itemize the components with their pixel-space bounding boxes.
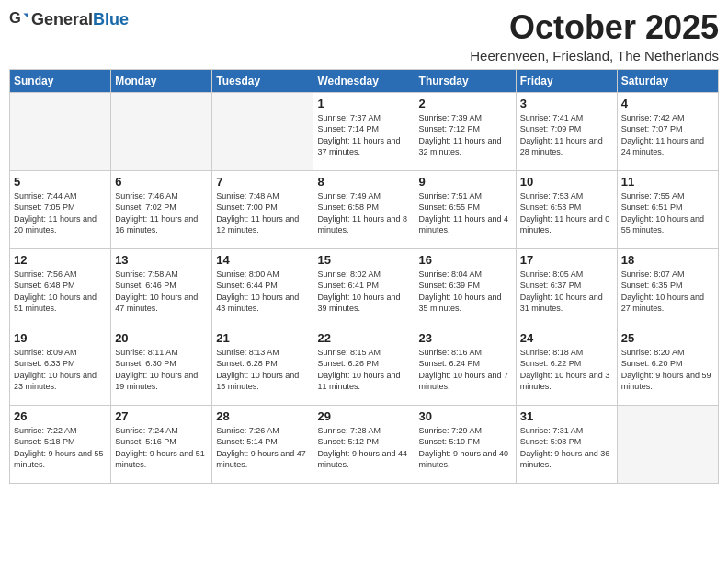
day-cell: 15Sunrise: 8:02 AM Sunset: 6:41 PM Dayli… — [313, 248, 415, 327]
day-number: 5 — [14, 175, 107, 189]
day-cell: 29Sunrise: 7:28 AM Sunset: 5:12 PM Dayli… — [313, 405, 415, 483]
logo: G GeneralBlue — [9, 9, 129, 29]
calendar-subtitle: Heerenveen, Friesland, The Netherlands — [470, 48, 719, 63]
day-info: Sunrise: 7:55 AM Sunset: 6:51 PM Dayligh… — [621, 190, 714, 236]
day-info: Sunrise: 7:28 AM Sunset: 5:12 PM Dayligh… — [317, 425, 410, 471]
day-cell: 12Sunrise: 7:56 AM Sunset: 6:48 PM Dayli… — [10, 248, 111, 327]
day-cell — [212, 92, 313, 170]
day-number: 2 — [419, 97, 512, 110]
day-info: Sunrise: 8:00 AM Sunset: 6:44 PM Dayligh… — [216, 269, 309, 315]
day-cell: 31Sunrise: 7:31 AM Sunset: 5:08 PM Dayli… — [516, 405, 617, 483]
day-info: Sunrise: 8:02 AM Sunset: 6:41 PM Dayligh… — [317, 269, 410, 315]
day-number: 25 — [621, 331, 714, 345]
day-cell — [10, 92, 111, 170]
day-cell: 8Sunrise: 7:49 AM Sunset: 6:58 PM Daylig… — [313, 170, 415, 248]
svg-text:G: G — [9, 9, 21, 26]
day-cell: 24Sunrise: 8:18 AM Sunset: 6:22 PM Dayli… — [516, 327, 617, 405]
day-number: 19 — [14, 331, 107, 345]
column-header-friday: Friday — [516, 69, 617, 92]
day-info: Sunrise: 8:07 AM Sunset: 6:35 PM Dayligh… — [621, 269, 714, 315]
day-cell: 26Sunrise: 7:22 AM Sunset: 5:18 PM Dayli… — [10, 405, 111, 483]
day-cell: 5Sunrise: 7:44 AM Sunset: 7:05 PM Daylig… — [10, 170, 111, 248]
column-header-thursday: Thursday — [415, 69, 516, 92]
column-header-sunday: Sunday — [10, 69, 111, 92]
day-info: Sunrise: 8:16 AM Sunset: 6:24 PM Dayligh… — [419, 347, 512, 393]
day-cell: 16Sunrise: 8:04 AM Sunset: 6:39 PM Dayli… — [415, 248, 516, 327]
day-number: 3 — [520, 97, 613, 110]
day-number: 10 — [520, 175, 613, 189]
day-info: Sunrise: 8:04 AM Sunset: 6:39 PM Dayligh… — [419, 269, 512, 315]
logo-icon: G — [9, 9, 29, 29]
day-cell: 3Sunrise: 7:41 AM Sunset: 7:09 PM Daylig… — [516, 92, 617, 170]
day-cell: 23Sunrise: 8:16 AM Sunset: 6:24 PM Dayli… — [415, 327, 516, 405]
day-number: 21 — [216, 331, 309, 345]
day-cell: 13Sunrise: 7:58 AM Sunset: 6:46 PM Dayli… — [111, 248, 212, 327]
day-number: 17 — [520, 253, 613, 267]
column-header-saturday: Saturday — [617, 69, 718, 92]
column-header-wednesday: Wednesday — [313, 69, 415, 92]
day-info: Sunrise: 7:51 AM Sunset: 6:55 PM Dayligh… — [419, 190, 512, 236]
day-info: Sunrise: 7:42 AM Sunset: 7:07 PM Dayligh… — [621, 112, 714, 158]
column-header-monday: Monday — [111, 69, 212, 92]
day-cell: 22Sunrise: 8:15 AM Sunset: 6:26 PM Dayli… — [313, 327, 415, 405]
week-row-4: 19Sunrise: 8:09 AM Sunset: 6:33 PM Dayli… — [10, 327, 719, 405]
day-cell: 30Sunrise: 7:29 AM Sunset: 5:10 PM Dayli… — [415, 405, 516, 483]
day-number: 29 — [317, 409, 410, 423]
day-cell — [617, 405, 718, 483]
day-info: Sunrise: 8:05 AM Sunset: 6:37 PM Dayligh… — [520, 269, 613, 315]
day-info: Sunrise: 7:49 AM Sunset: 6:58 PM Dayligh… — [317, 190, 410, 236]
week-row-1: 1Sunrise: 7:37 AM Sunset: 7:14 PM Daylig… — [10, 92, 719, 170]
day-info: Sunrise: 7:48 AM Sunset: 7:00 PM Dayligh… — [216, 190, 309, 236]
day-cell — [111, 92, 212, 170]
week-row-3: 12Sunrise: 7:56 AM Sunset: 6:48 PM Dayli… — [10, 248, 719, 327]
day-cell: 20Sunrise: 8:11 AM Sunset: 6:30 PM Dayli… — [111, 327, 212, 405]
day-number: 14 — [216, 253, 309, 267]
day-cell: 28Sunrise: 7:26 AM Sunset: 5:14 PM Dayli… — [212, 405, 313, 483]
day-info: Sunrise: 8:18 AM Sunset: 6:22 PM Dayligh… — [520, 347, 613, 393]
day-cell: 11Sunrise: 7:55 AM Sunset: 6:51 PM Dayli… — [617, 170, 718, 248]
day-number: 9 — [419, 175, 512, 189]
calendar-title: October 2025 — [470, 9, 719, 46]
day-number: 7 — [216, 175, 309, 189]
day-cell: 27Sunrise: 7:24 AM Sunset: 5:16 PM Dayli… — [111, 405, 212, 483]
day-cell: 2Sunrise: 7:39 AM Sunset: 7:12 PM Daylig… — [415, 92, 516, 170]
day-number: 11 — [621, 175, 714, 189]
day-info: Sunrise: 7:46 AM Sunset: 7:02 PM Dayligh… — [115, 190, 208, 236]
day-info: Sunrise: 7:44 AM Sunset: 7:05 PM Dayligh… — [14, 190, 107, 236]
day-number: 15 — [317, 253, 410, 267]
day-info: Sunrise: 7:41 AM Sunset: 7:09 PM Dayligh… — [520, 112, 613, 158]
day-number: 6 — [115, 175, 208, 189]
column-header-tuesday: Tuesday — [212, 69, 313, 92]
day-cell: 21Sunrise: 8:13 AM Sunset: 6:28 PM Dayli… — [212, 327, 313, 405]
week-row-2: 5Sunrise: 7:44 AM Sunset: 7:05 PM Daylig… — [10, 170, 719, 248]
day-info: Sunrise: 8:09 AM Sunset: 6:33 PM Dayligh… — [14, 347, 107, 393]
day-number: 8 — [317, 175, 410, 189]
day-number: 4 — [621, 97, 714, 110]
day-number: 30 — [419, 409, 512, 423]
day-info: Sunrise: 8:13 AM Sunset: 6:28 PM Dayligh… — [216, 347, 309, 393]
svg-marker-1 — [23, 13, 28, 18]
day-info: Sunrise: 7:22 AM Sunset: 5:18 PM Dayligh… — [14, 425, 107, 471]
day-number: 12 — [14, 253, 107, 267]
day-info: Sunrise: 7:58 AM Sunset: 6:46 PM Dayligh… — [115, 269, 208, 315]
day-cell: 6Sunrise: 7:46 AM Sunset: 7:02 PM Daylig… — [111, 170, 212, 248]
day-number: 31 — [520, 409, 613, 423]
day-cell: 9Sunrise: 7:51 AM Sunset: 6:55 PM Daylig… — [415, 170, 516, 248]
page-header: G GeneralBlue October 2025 Heerenveen, F… — [9, 9, 719, 63]
day-number: 22 — [317, 331, 410, 345]
calendar-table: SundayMondayTuesdayWednesdayThursdayFrid… — [9, 69, 719, 484]
day-number: 24 — [520, 331, 613, 345]
day-number: 16 — [419, 253, 512, 267]
day-cell: 18Sunrise: 8:07 AM Sunset: 6:35 PM Dayli… — [617, 248, 718, 327]
day-cell: 10Sunrise: 7:53 AM Sunset: 6:53 PM Dayli… — [516, 170, 617, 248]
day-info: Sunrise: 7:29 AM Sunset: 5:10 PM Dayligh… — [419, 425, 512, 471]
day-cell: 17Sunrise: 8:05 AM Sunset: 6:37 PM Dayli… — [516, 248, 617, 327]
day-info: Sunrise: 7:39 AM Sunset: 7:12 PM Dayligh… — [419, 112, 512, 158]
day-number: 23 — [419, 331, 512, 345]
day-number: 28 — [216, 409, 309, 423]
day-info: Sunrise: 8:11 AM Sunset: 6:30 PM Dayligh… — [115, 347, 208, 393]
day-number: 20 — [115, 331, 208, 345]
day-cell: 4Sunrise: 7:42 AM Sunset: 7:07 PM Daylig… — [617, 92, 718, 170]
day-info: Sunrise: 7:53 AM Sunset: 6:53 PM Dayligh… — [520, 190, 613, 236]
day-info: Sunrise: 8:15 AM Sunset: 6:26 PM Dayligh… — [317, 347, 410, 393]
